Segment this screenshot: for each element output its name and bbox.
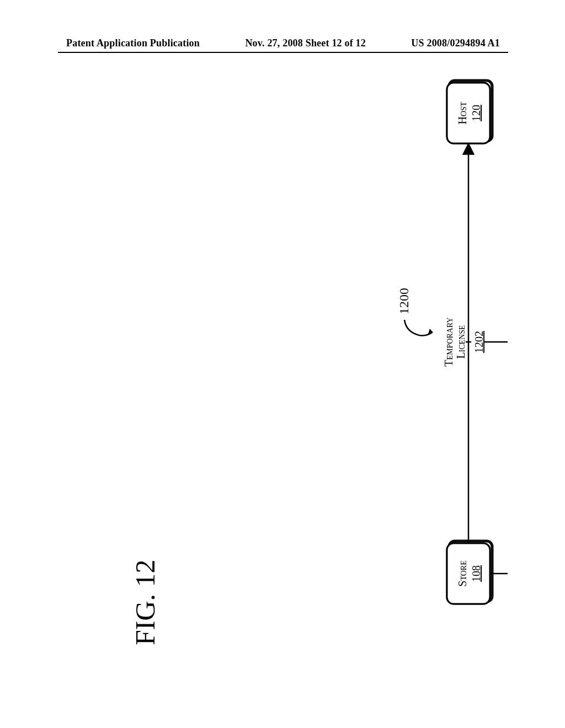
svg-rect-2 bbox=[447, 543, 490, 604]
store-label: Store bbox=[456, 560, 468, 586]
svg-text:1200: 1200 bbox=[397, 288, 411, 314]
host-box: Host 120 bbox=[447, 81, 492, 143]
host-label: Host bbox=[456, 101, 468, 124]
svg-text:1202: 1202 bbox=[473, 331, 485, 353]
host-num: 120 bbox=[470, 105, 482, 121]
store-num: 108 bbox=[470, 565, 482, 582]
header-rule bbox=[58, 52, 508, 53]
svg-rect-5 bbox=[447, 83, 490, 143]
svg-text:Temporary: Temporary bbox=[443, 317, 455, 366]
header-center: Nov. 27, 2008 Sheet 12 of 12 bbox=[245, 38, 366, 49]
temporary-license-label: Temporary License 1202 bbox=[443, 317, 485, 366]
page-header: Patent Application Publication Nov. 27, … bbox=[0, 38, 565, 49]
header-left: Patent Application Publication bbox=[66, 38, 200, 49]
figure-label: FIG. 12 bbox=[130, 559, 161, 645]
store-box: Store 108 bbox=[447, 541, 492, 604]
figure-canvas: Store 108 Host 120 Temporary License 120… bbox=[55, 72, 508, 689]
header-right: US 2008/0294894 A1 bbox=[411, 38, 500, 49]
svg-text:License: License bbox=[455, 325, 467, 358]
ref-1200: 1200 bbox=[397, 288, 433, 335]
